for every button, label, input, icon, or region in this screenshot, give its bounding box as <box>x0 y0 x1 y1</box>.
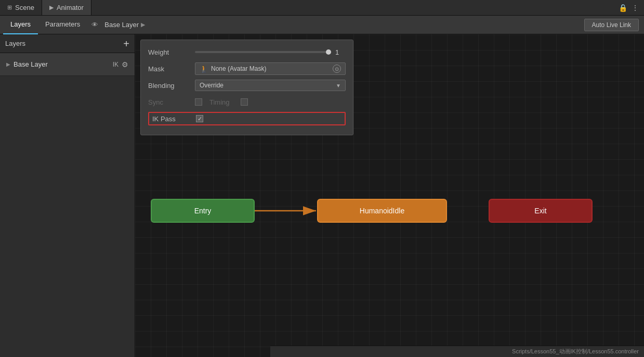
breadcrumb: Base Layer ▶ <box>104 21 145 29</box>
exit-node[interactable]: Exit <box>489 199 593 223</box>
timing-label: Timing <box>209 98 241 106</box>
weight-value: 1 <box>335 48 346 56</box>
entry-node[interactable]: Entry <box>151 199 255 223</box>
animator-tab-label: Animator <box>57 4 84 11</box>
weight-slider-thumb <box>326 49 331 55</box>
tab-layers[interactable]: Layers <box>3 16 38 34</box>
animator-icon: ▶ <box>49 4 54 11</box>
auto-live-link-button[interactable]: Auto Live Link <box>584 19 639 31</box>
weight-slider[interactable] <box>195 51 331 53</box>
scene-icon: ⊞ <box>7 4 12 11</box>
sync-checkbox-item <box>195 98 202 106</box>
sync-timing-row: Sync Timing <box>148 95 346 109</box>
ik-pass-checkbox[interactable]: ✓ <box>196 115 203 122</box>
mask-value: None (Avatar Mask) <box>211 65 330 72</box>
mask-select-button[interactable]: ⊙ <box>333 65 341 73</box>
breadcrumb-arrow: ▶ <box>141 21 145 28</box>
more-icon[interactable]: ⋮ <box>632 4 639 12</box>
mask-row: Mask 🚶 None (Avatar Mask) ⊙ <box>148 62 346 75</box>
mask-label: Mask <box>148 65 195 73</box>
main-area: Weight 1 Mask 🚶 None (Avatar Mask) ⊙ Ble… <box>135 34 644 357</box>
ik-pass-row: IK Pass ✓ <box>148 112 346 125</box>
left-panel: Layers + ▶ Base Layer IK ⚙ <box>0 34 135 357</box>
gear-icon[interactable]: ⚙ <box>122 60 128 69</box>
blending-row: Blending Override ▼ <box>148 79 346 92</box>
title-bar-controls: 🔒 ⋮ <box>619 4 644 12</box>
dropdown-arrow-icon: ▼ <box>336 83 341 88</box>
layer-popup: Weight 1 Mask 🚶 None (Avatar Mask) ⊙ Ble… <box>140 40 353 135</box>
layer-name: Base Layer <box>14 60 113 68</box>
layer-ik-label: IK <box>113 61 119 68</box>
tab-bar: Layers Parameters 👁 Base Layer ▶ Auto Li… <box>0 16 644 34</box>
tab-bar-right: Auto Live Link <box>584 19 639 31</box>
left-panel-title: Layers <box>5 40 25 47</box>
blending-value: Override <box>200 82 334 89</box>
status-path: Scripts/Lesson55_动画IK控制/Lesson55.control… <box>512 348 639 355</box>
tab-parameters-label: Parameters <box>45 20 80 28</box>
expand-icon: ▶ <box>6 61 10 67</box>
humanoid-node[interactable]: HumanoidIdle <box>317 199 447 223</box>
layer-item-base[interactable]: ▶ Base Layer IK ⚙ <box>0 53 135 76</box>
humanoid-label: HumanoidIdle <box>360 207 404 215</box>
scene-tab-label: Scene <box>15 4 34 11</box>
blending-label: Blending <box>148 82 195 90</box>
add-layer-button[interactable]: + <box>123 39 129 49</box>
left-panel-header: Layers + <box>0 34 135 53</box>
blending-select[interactable]: Override ▼ <box>195 80 346 91</box>
tab-layers-label: Layers <box>10 20 31 28</box>
person-icon: 🚶 <box>200 65 208 73</box>
animator-tab[interactable]: ▶ Animator <box>42 0 91 15</box>
title-bar: ⊞ Scene ▶ Animator 🔒 ⋮ <box>0 0 644 16</box>
eye-icon[interactable]: 👁 <box>91 21 98 29</box>
status-bar: Scripts/Lesson55_动画IK控制/Lesson55.control… <box>270 346 644 357</box>
weight-row: Weight 1 <box>148 45 346 59</box>
sync-label: Sync <box>148 98 195 106</box>
mask-field[interactable]: 🚶 None (Avatar Mask) ⊙ <box>195 62 346 75</box>
ik-pass-label: IK Pass <box>152 115 196 123</box>
breadcrumb-text: Base Layer <box>104 21 139 29</box>
scene-tab[interactable]: ⊞ Scene <box>0 0 42 15</box>
weight-slider-container: 1 <box>195 48 346 56</box>
entry-label: Entry <box>194 207 212 215</box>
timing-checkbox[interactable] <box>241 98 248 106</box>
tab-parameters[interactable]: Parameters <box>38 16 87 34</box>
sync-checkbox[interactable] <box>195 98 202 106</box>
weight-label: Weight <box>148 48 195 56</box>
lock-icon[interactable]: 🔒 <box>619 4 627 12</box>
exit-label: Exit <box>534 207 546 215</box>
